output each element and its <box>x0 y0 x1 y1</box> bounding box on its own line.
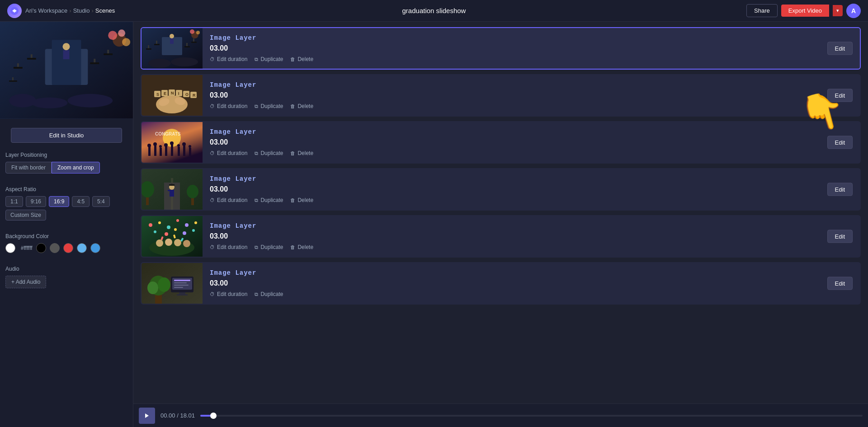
breadcrumb-workspace[interactable]: Ari's Workspace <box>25 7 67 14</box>
svg-rect-12 <box>104 53 113 55</box>
color-swatch-white[interactable] <box>5 243 15 253</box>
trash-icon-1 <box>290 56 295 62</box>
svg-rect-31 <box>184 46 190 47</box>
duplicate-button-6[interactable]: Duplicate <box>255 291 283 297</box>
scene-thumb-6 <box>142 263 203 304</box>
scene-info-3: Image Layer 03.00 Edit duration Duplicat… <box>203 122 860 163</box>
svg-point-59 <box>147 144 151 147</box>
aspect-custom-button[interactable]: Custom Size <box>5 210 46 221</box>
svg-rect-82 <box>171 183 173 184</box>
scene-edit-button-6[interactable]: Edit <box>827 277 853 290</box>
svg-rect-11 <box>94 59 95 62</box>
svg-point-100 <box>156 239 163 247</box>
delete-button-4[interactable]: Delete <box>290 197 313 203</box>
scene-card-6[interactable]: Image Layer 03.00 Edit duration Duplicat… <box>141 262 861 305</box>
svg-rect-33 <box>191 42 197 43</box>
svg-rect-80 <box>168 190 170 191</box>
scene-actions-2: Edit duration Duplicate Delete <box>210 103 853 109</box>
scene-thumb-5 <box>142 216 203 257</box>
duplicate-button-4[interactable]: Duplicate <box>255 197 283 203</box>
aspect-5-4-button[interactable]: 5:4 <box>92 196 110 207</box>
edit-duration-button-4[interactable]: Edit duration <box>210 197 247 203</box>
svg-rect-60 <box>154 145 156 156</box>
scene-card-4[interactable]: Image Layer 03.00 Edit duration Duplicat… <box>141 168 861 211</box>
delete-button-1[interactable]: Delete <box>290 56 313 62</box>
delete-button-2[interactable]: Delete <box>290 103 313 109</box>
copy-icon-3 <box>255 150 258 156</box>
scene-info-5: Image Layer 03.00 Edit duration Duplicat… <box>203 216 860 257</box>
delete-button-3[interactable]: Delete <box>290 150 313 156</box>
trash-icon-4 <box>290 197 295 203</box>
duplicate-button-1[interactable]: Duplicate <box>255 56 283 62</box>
delete-label-1: Delete <box>297 56 313 62</box>
edit-duration-button-2[interactable]: Edit duration <box>210 103 247 109</box>
export-caret-button[interactable]: ▾ <box>833 5 843 16</box>
scene-title-6: Image Layer <box>210 269 853 277</box>
preview-image <box>0 22 133 119</box>
svg-point-94 <box>154 230 156 233</box>
svg-rect-26 <box>170 38 174 44</box>
edit-duration-button-3[interactable]: Edit duration <box>210 150 247 156</box>
scene-edit-button-3[interactable]: Edit <box>827 136 853 149</box>
scene-thumb-2: S E N I O R <box>142 75 203 116</box>
svg-rect-9 <box>31 54 33 58</box>
share-button[interactable]: Share <box>746 4 778 17</box>
edit-duration-button-6[interactable]: Edit duration <box>210 291 247 297</box>
aspect-16-9-button[interactable]: 16:9 <box>49 196 69 207</box>
scene-duration-2: 03.00 <box>210 91 853 99</box>
audio-label: Audio <box>5 266 127 272</box>
edit-duration-button-5[interactable]: Edit duration <box>210 244 247 250</box>
aspect-9-16-button[interactable]: 9:16 <box>26 196 46 207</box>
scene-thumb-1 <box>142 28 203 69</box>
breadcrumb-sep2: › <box>92 7 94 14</box>
color-swatch-gray[interactable] <box>50 243 60 253</box>
scene-card-1[interactable]: Image Layer 03.00 Edit duration Duplicat… <box>141 27 861 70</box>
aspect-1-1-button[interactable]: 1:1 <box>5 196 23 207</box>
duplicate-button-5[interactable]: Duplicate <box>255 244 283 250</box>
clock-icon-6 <box>210 291 215 297</box>
zoom-and-crop-button[interactable]: Zoom and crop <box>52 162 100 174</box>
scene-card-3[interactable]: CONGRATS Image Layer 03.00 Edit duration… <box>141 121 861 164</box>
color-swatch-red[interactable] <box>63 243 73 253</box>
scene-edit-button-4[interactable]: Edit <box>827 183 853 196</box>
color-swatch-blue-light[interactable] <box>77 243 87 253</box>
main-layout: Edit in Studio Layer Positioning Fit wit… <box>0 22 868 427</box>
export-video-button[interactable]: Export Video <box>781 5 829 17</box>
fit-with-border-button[interactable]: Fit with border <box>5 162 52 174</box>
duplicate-button-3[interactable]: Duplicate <box>255 150 283 156</box>
trash-icon-5 <box>290 244 295 250</box>
aspect-4-5-button[interactable]: 4:5 <box>72 196 90 207</box>
duplicate-button-2[interactable]: Duplicate <box>255 103 283 109</box>
play-button[interactable] <box>139 408 155 424</box>
color-swatch-blue[interactable] <box>90 243 100 253</box>
breadcrumb-studio[interactable]: Studio <box>73 7 90 14</box>
edit-duration-button-1[interactable]: Edit duration <box>210 56 247 62</box>
scene-edit-button-5[interactable]: Edit <box>827 230 853 243</box>
svg-point-67 <box>170 141 174 145</box>
svg-point-18 <box>67 94 113 108</box>
scene-card-2[interactable]: S E N I O R Image Layer 03.00 Edit durat… <box>141 74 861 117</box>
user-avatar[interactable]: A <box>846 4 861 18</box>
svg-rect-118 <box>174 285 189 286</box>
copy-icon-5 <box>255 244 258 250</box>
duplicate-label-3: Duplicate <box>260 150 283 156</box>
svg-rect-13 <box>107 50 109 53</box>
scene-title-1: Image Layer <box>210 34 853 42</box>
edit-in-studio-button[interactable]: Edit in Studio <box>11 128 122 143</box>
duplicate-label-4: Duplicate <box>260 197 283 203</box>
progress-bar[interactable] <box>200 415 863 417</box>
scene-thumbnail-1 <box>142 28 203 69</box>
svg-rect-70 <box>183 145 185 156</box>
svg-point-98 <box>192 229 195 232</box>
svg-rect-32 <box>186 43 188 46</box>
svg-rect-30 <box>156 41 157 44</box>
progress-handle[interactable] <box>210 413 217 419</box>
delete-button-5[interactable]: Delete <box>290 244 313 250</box>
scene-edit-button-1[interactable]: Edit <box>827 42 853 55</box>
scene-card-5[interactable]: Image Layer 03.00 Edit duration Duplicat… <box>141 215 861 258</box>
scene-duration-6: 03.00 <box>210 279 853 287</box>
add-audio-button[interactable]: + Add Audio <box>5 276 46 288</box>
color-swatch-black[interactable] <box>36 243 46 253</box>
scene-edit-button-2[interactable]: Edit <box>827 89 853 102</box>
svg-rect-15 <box>12 77 14 80</box>
